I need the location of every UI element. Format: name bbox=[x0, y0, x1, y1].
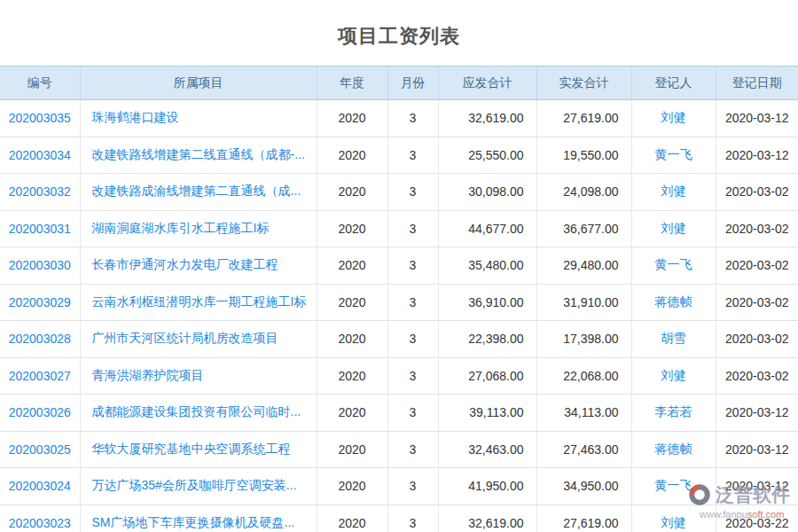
cell-year: 2020 bbox=[317, 210, 387, 247]
column-header-month: 月份 bbox=[387, 66, 438, 100]
table-row: 202003030长春市伊通河水力发电厂改建工程2020335,480.0029… bbox=[0, 247, 798, 285]
cell-id[interactable]: 202003035 bbox=[0, 100, 80, 137]
cell-year: 2020 bbox=[317, 431, 387, 468]
cell-id[interactable]: 202003034 bbox=[0, 137, 80, 174]
cell-paid: 22,068.00 bbox=[536, 357, 631, 395]
cell-date: 2020-03-12 bbox=[716, 431, 798, 468]
cell-date: 2020-03-12 bbox=[716, 468, 798, 505]
cell-project[interactable]: 云南水利枢纽潜明水库一期工程施工I标 bbox=[80, 284, 317, 321]
cell-project[interactable]: 珠海鹤港口建设 bbox=[80, 100, 317, 137]
cell-registrant[interactable]: 刘健 bbox=[631, 505, 716, 532]
cell-payable: 27,068.00 bbox=[438, 357, 536, 395]
cell-paid: 24,098.00 bbox=[536, 174, 631, 211]
table-row: 202003027青海洪湖养护院项目2020327,068.0022,068.0… bbox=[0, 357, 798, 395]
cell-paid: 19,550.00 bbox=[536, 137, 631, 174]
header-row: 编号所属项目年度月份应发合计实发合计登记人登记日期 bbox=[0, 66, 798, 100]
cell-project[interactable]: 华软大厦研究基地中央空调系统工程 bbox=[80, 431, 317, 468]
column-header-project: 所属项目 bbox=[80, 66, 317, 100]
cell-id[interactable]: 202003028 bbox=[0, 321, 80, 358]
column-header-payable: 应发合计 bbox=[438, 66, 536, 100]
cell-id[interactable]: 202003025 bbox=[0, 431, 80, 468]
cell-paid: 17,398.00 bbox=[536, 321, 631, 358]
cell-paid: 29,480.00 bbox=[536, 247, 631, 285]
salary-table: 编号所属项目年度月份应发合计实发合计登记人登记日期 202003035珠海鹤港口… bbox=[0, 66, 798, 532]
cell-paid: 34,113.00 bbox=[536, 395, 631, 432]
cell-registrant[interactable]: 蒋德帧 bbox=[631, 284, 716, 321]
cell-paid: 31,910.00 bbox=[536, 284, 631, 321]
cell-payable: 32,463.00 bbox=[438, 431, 536, 468]
cell-date: 2020-03-12 bbox=[716, 395, 798, 432]
column-header-id: 编号 bbox=[0, 66, 80, 100]
cell-registrant[interactable]: 刘健 bbox=[631, 100, 716, 137]
cell-id[interactable]: 202003032 bbox=[0, 174, 80, 211]
cell-registrant[interactable]: 黄一飞 bbox=[631, 247, 716, 285]
cell-registrant[interactable]: 刘健 bbox=[631, 357, 716, 395]
cell-project[interactable]: 青海洪湖养护院项目 bbox=[80, 357, 317, 395]
cell-month: 3 bbox=[387, 100, 438, 137]
table-row: 202003025华软大厦研究基地中央空调系统工程2020332,463.002… bbox=[0, 431, 798, 468]
cell-registrant[interactable]: 李若若 bbox=[631, 395, 716, 432]
cell-id[interactable]: 202003026 bbox=[0, 395, 80, 432]
cell-project[interactable]: 湖南洞庭湖水库引水工程施工I标 bbox=[80, 210, 317, 247]
cell-project[interactable]: 长春市伊通河水力发电厂改建工程 bbox=[80, 247, 317, 285]
cell-project[interactable]: 改建铁路成渝线增建第二直通线（成... bbox=[80, 174, 317, 211]
cell-date: 2020-03-12 bbox=[716, 100, 798, 137]
column-header-paid: 实发合计 bbox=[536, 66, 631, 100]
cell-registrant[interactable]: 刘健 bbox=[631, 210, 716, 247]
cell-payable: 25,550.00 bbox=[438, 137, 536, 174]
cell-id[interactable]: 202003024 bbox=[0, 468, 80, 505]
cell-payable: 44,677.00 bbox=[438, 210, 536, 247]
cell-date: 2020-03-02 bbox=[716, 247, 798, 285]
cell-id[interactable]: 202003029 bbox=[0, 284, 80, 321]
cell-month: 3 bbox=[387, 431, 438, 468]
cell-month: 3 bbox=[387, 210, 438, 247]
cell-project[interactable]: 万达广场35#会所及咖啡厅空调安装... bbox=[80, 468, 317, 505]
column-header-registrant: 登记人 bbox=[631, 66, 716, 100]
cell-project[interactable]: 广州市天河区统计局机房改造项目 bbox=[80, 321, 317, 358]
cell-paid: 36,677.00 bbox=[536, 210, 631, 247]
page-title: 项目工资列表 bbox=[0, 0, 798, 50]
cell-id[interactable]: 202003023 bbox=[0, 505, 80, 532]
cell-project[interactable]: 成都能源建设集团投资有限公司临时... bbox=[80, 395, 317, 432]
cell-date: 2020-03-02 bbox=[716, 357, 798, 395]
table-body: 202003035珠海鹤港口建设2020332,619.0027,619.00刘… bbox=[0, 100, 798, 532]
cell-year: 2020 bbox=[317, 395, 387, 432]
cell-date: 2020-03-02 bbox=[716, 210, 798, 247]
cell-id[interactable]: 202003030 bbox=[0, 247, 80, 285]
cell-id[interactable]: 202003027 bbox=[0, 357, 80, 395]
cell-payable: 30,098.00 bbox=[438, 174, 536, 211]
cell-year: 2020 bbox=[317, 247, 387, 285]
cell-paid: 27,619.00 bbox=[536, 100, 631, 137]
cell-registrant[interactable]: 胡雪 bbox=[631, 321, 716, 358]
cell-month: 3 bbox=[387, 468, 438, 505]
table-row: 202003023SM广场地下车库更换摄像机及硬盘...2020332,619.… bbox=[0, 505, 798, 532]
cell-registrant[interactable]: 蒋德帧 bbox=[631, 431, 716, 468]
cell-project[interactable]: 改建铁路线增建第二线直通线（成都-... bbox=[80, 137, 317, 174]
cell-registrant[interactable]: 刘健 bbox=[631, 174, 716, 211]
cell-project[interactable]: SM广场地下车库更换摄像机及硬盘... bbox=[80, 505, 317, 532]
cell-year: 2020 bbox=[317, 321, 387, 358]
table-header: 编号所属项目年度月份应发合计实发合计登记人登记日期 bbox=[0, 66, 798, 100]
cell-month: 3 bbox=[387, 395, 438, 432]
cell-year: 2020 bbox=[317, 137, 387, 174]
cell-registrant[interactable]: 黄一飞 bbox=[631, 137, 716, 174]
cell-month: 3 bbox=[387, 357, 438, 395]
cell-registrant[interactable]: 黄一飞 bbox=[631, 468, 716, 505]
cell-payable: 36,910.00 bbox=[438, 284, 536, 321]
cell-month: 3 bbox=[387, 174, 438, 211]
cell-payable: 41,950.00 bbox=[438, 468, 536, 505]
cell-month: 3 bbox=[387, 321, 438, 358]
cell-month: 3 bbox=[387, 137, 438, 174]
cell-date: 2020-03-22 bbox=[716, 505, 798, 532]
cell-id[interactable]: 202003031 bbox=[0, 210, 80, 247]
cell-date: 2020-03-12 bbox=[716, 137, 798, 174]
cell-paid: 34,950.00 bbox=[536, 468, 631, 505]
cell-year: 2020 bbox=[317, 174, 387, 211]
cell-year: 2020 bbox=[317, 357, 387, 395]
cell-year: 2020 bbox=[317, 468, 387, 505]
cell-year: 2020 bbox=[317, 284, 387, 321]
table-row: 202003034改建铁路线增建第二线直通线（成都-...2020325,550… bbox=[0, 137, 798, 174]
cell-payable: 35,480.00 bbox=[438, 247, 536, 285]
column-header-year: 年度 bbox=[317, 66, 387, 100]
cell-year: 2020 bbox=[317, 505, 387, 532]
